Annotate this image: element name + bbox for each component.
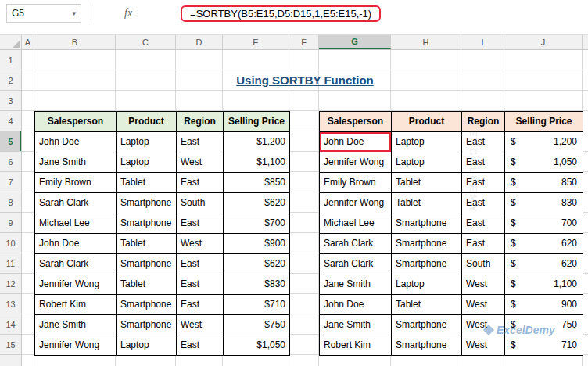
cell[interactable]: Jennifer Wong [35,274,117,295]
cell[interactable]: Robert Kim [320,336,392,356]
cell[interactable]: $1,050 [224,336,290,356]
cell[interactable]: Jane Smith [35,315,117,336]
cell[interactable]: $710 [505,336,583,356]
column-header-B[interactable]: B [34,35,116,49]
cell[interactable]: $850 [224,173,290,193]
cell[interactable]: $900 [505,295,583,315]
row-header-13[interactable]: 13 [0,294,21,314]
cell[interactable]: West [462,274,505,295]
cell[interactable]: Smartphone [392,234,462,254]
row-header-11[interactable]: 11 [0,253,21,274]
header-cell-salesperson[interactable]: Salesperson [320,112,392,132]
row-header-8[interactable]: 8 [0,192,21,213]
cell[interactable]: Laptop [117,152,177,173]
cell[interactable]: South [177,193,224,214]
cell[interactable]: $1,050 [505,152,583,173]
cell[interactable]: John Doe [35,234,117,254]
header-cell-selling-price[interactable]: Selling Price [224,112,290,132]
header-cell-region[interactable]: Region [177,112,224,132]
cell[interactable]: $710 [224,295,290,315]
column-header-J[interactable]: J [504,35,583,49]
column-header-F[interactable]: F [289,35,319,49]
header-cell-product[interactable]: Product [392,112,462,132]
cell[interactable]: East [462,132,505,152]
cell[interactable]: Smartphone [117,295,177,315]
row-header-15[interactable]: 15 [0,335,21,355]
cell[interactable]: Laptop [392,132,462,152]
cell[interactable]: Jennifer Wong [320,193,392,214]
column-header-H[interactable]: H [391,35,461,49]
cell[interactable]: Tablet [117,234,177,254]
cell[interactable]: $620 [224,193,290,214]
name-box-dropdown-icon[interactable]: ▾ [72,9,76,17]
cell[interactable]: Smartphone [117,193,177,214]
cell[interactable]: Tablet [392,173,462,193]
cell[interactable]: East [462,193,505,214]
cell[interactable]: Jennifer Wong [320,152,392,173]
cell[interactable]: West [462,295,505,315]
cell[interactable]: Michael Lee [320,214,392,234]
cell[interactable]: Michael Lee [35,214,117,234]
formula-bar[interactable]: =SORTBY(B5:E15,D5:D15,1,E5:E15,-1) [181,4,582,23]
cell[interactable]: West [177,234,224,254]
cell[interactable]: Smartphone [392,254,462,274]
cell[interactable]: Jane Smith [320,274,392,295]
column-header-A[interactable]: A [22,35,34,49]
cell[interactable]: $620 [505,234,583,254]
cell[interactable]: Smartphone [117,254,177,274]
cell[interactable]: Sarah Clark [320,234,392,254]
cell[interactable]: Sarah Clark [35,193,117,214]
cell[interactable]: $700 [505,214,583,234]
cell[interactable]: Emily Brown [35,173,117,193]
cell[interactable]: $1,100 [224,152,290,173]
cell[interactable]: East [177,173,224,193]
select-all-corner[interactable] [0,35,22,49]
cell[interactable]: Smartphone [117,315,177,336]
cell[interactable]: $700 [224,214,290,234]
row-header-7[interactable]: 7 [0,172,21,192]
cell[interactable]: Laptop [392,152,462,173]
cell[interactable]: Tablet [392,295,462,315]
cell[interactable]: Smartphone [392,336,462,356]
sheet-title[interactable]: Using SORTBY Function [34,70,575,91]
row-header-3[interactable]: 3 [0,91,21,111]
header-cell-product[interactable]: Product [117,112,177,132]
cell[interactable]: $850 [505,173,583,193]
column-header-D[interactable]: D [176,35,223,49]
row-header-14[interactable]: 14 [0,314,21,335]
header-cell-region[interactable]: Region [462,112,505,132]
fx-icon[interactable]: fx [124,4,132,23]
cell[interactable]: Smartphone [392,315,462,336]
cell[interactable]: West [462,315,505,336]
cell[interactable]: $900 [224,234,290,254]
cell[interactable]: Tablet [117,173,177,193]
cell[interactable]: John Doe [320,295,392,315]
cell[interactable]: Emily Brown [320,173,392,193]
row-header-10[interactable]: 10 [0,233,21,253]
cell[interactable]: Tablet [117,274,177,295]
cell[interactable]: $830 [224,274,290,295]
header-cell-selling-price[interactable]: Selling Price [505,112,583,132]
row-header-6[interactable]: 6 [0,152,21,172]
row-header-12[interactable]: 12 [0,274,21,294]
cell[interactable]: John Doe [320,132,392,152]
column-header-G[interactable]: G [319,35,391,49]
cell[interactable]: West [177,152,224,173]
cell[interactable]: $620 [505,254,583,274]
name-box[interactable]: G5 ▾ [6,4,81,23]
cell[interactable]: Laptop [117,336,177,356]
cell[interactable]: Jane Smith [320,315,392,336]
cell[interactable]: Laptop [392,274,462,295]
column-header-I[interactable]: I [461,35,504,49]
cell[interactable]: $1,100 [505,274,583,295]
header-cell-salesperson[interactable]: Salesperson [35,112,117,132]
cell[interactable]: East [462,234,505,254]
cell[interactable]: South [462,254,505,274]
cell[interactable]: East [177,214,224,234]
column-header-C[interactable]: C [116,35,176,49]
cell[interactable]: Robert Kim [35,295,117,315]
row-header-1[interactable]: 1 [0,50,21,70]
cell[interactable]: Jennifer Wong [35,336,117,356]
cell[interactable]: West [177,315,224,336]
column-header-E[interactable]: E [223,35,289,49]
